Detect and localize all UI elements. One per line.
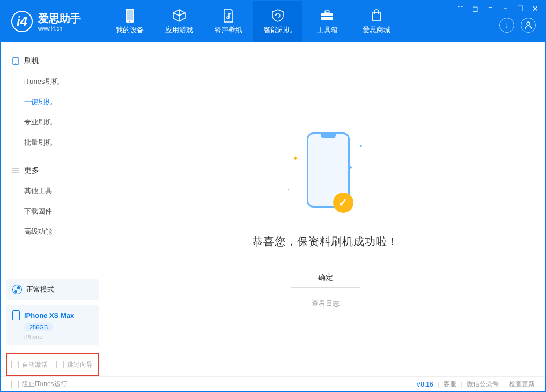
separator: | bbox=[438, 381, 439, 388]
download-icon[interactable]: ↓ bbox=[499, 18, 514, 33]
svg-rect-5 bbox=[321, 16, 333, 17]
main-content: ✓ ✦ ✦ • + 恭喜您，保资料刷机成功啦！ 确定 查看日志 bbox=[105, 42, 545, 376]
checkbox-label: 阻止iTunes运行 bbox=[22, 380, 67, 389]
tab-store[interactable]: 爱思商城 bbox=[352, 1, 401, 42]
version-label: V8.16 bbox=[416, 381, 433, 388]
check-badge-icon: ✓ bbox=[333, 193, 353, 213]
separator: | bbox=[461, 381, 462, 388]
section-title: 刷机 bbox=[24, 56, 39, 66]
footer-left: 阻止iTunes运行 bbox=[11, 380, 67, 389]
tab-label: 我的设备 bbox=[116, 25, 144, 35]
view-log-link[interactable]: 查看日志 bbox=[312, 299, 340, 308]
sparkle-icon: • bbox=[288, 187, 290, 191]
checkbox-block-itunes[interactable]: 阻止iTunes运行 bbox=[11, 380, 67, 389]
section-title: 更多 bbox=[24, 166, 39, 175]
tab-label: 铃声壁纸 bbox=[215, 25, 242, 35]
sidebar-item-pro[interactable]: 专业刷机 bbox=[1, 112, 105, 132]
tab-apps[interactable]: 应用游戏 bbox=[154, 1, 204, 42]
mode-card[interactable]: 正常模式 bbox=[6, 279, 99, 300]
menu-icon[interactable]: ≡ bbox=[486, 5, 494, 12]
device-type: iPhone bbox=[24, 334, 93, 340]
checkbox-skip-guide[interactable]: 跳过向导 bbox=[56, 360, 93, 369]
device-panel: 正常模式 iPhone XS Max 256GB iPhone bbox=[6, 279, 99, 345]
tab-label: 智能刷机 bbox=[264, 25, 292, 35]
minimize-icon[interactable]: － bbox=[501, 5, 509, 12]
service-link[interactable]: 客服 bbox=[444, 380, 456, 389]
sidebar-section-more: 更多 bbox=[1, 162, 105, 181]
phone-icon bbox=[122, 8, 137, 23]
tab-toolbox[interactable]: 工具箱 bbox=[302, 1, 352, 42]
mode-label: 正常模式 bbox=[26, 285, 54, 294]
refresh-shield-icon bbox=[270, 8, 285, 23]
music-file-icon bbox=[221, 8, 236, 23]
skin-icon[interactable]: ⬚ bbox=[456, 5, 464, 12]
user-icon[interactable] bbox=[521, 18, 536, 33]
success-message: 恭喜您，保资料刷机成功啦！ bbox=[252, 234, 399, 249]
checkbox-auto-activate[interactable]: 自动激活 bbox=[11, 360, 48, 369]
app-subtitle: www.i4.cn bbox=[38, 26, 81, 32]
tab-flash[interactable]: 智能刷机 bbox=[253, 1, 302, 42]
sparkle-icon: ✦ bbox=[359, 143, 363, 149]
checkbox-label: 自动激活 bbox=[22, 360, 48, 369]
sidebar-item-advanced[interactable]: 高级功能 bbox=[1, 221, 105, 242]
sidebar-item-batch[interactable]: 批量刷机 bbox=[1, 132, 105, 153]
checkbox-icon bbox=[11, 361, 19, 368]
footer: 阻止iTunes运行 V8.16 | 客服 | 微信公众号 | 检查更新 bbox=[1, 376, 545, 391]
svg-point-2 bbox=[129, 21, 130, 22]
checkbox-label: 跳过向导 bbox=[67, 360, 93, 369]
header-right-icons: ↓ bbox=[499, 18, 536, 33]
app-logo-icon: i4 bbox=[11, 11, 33, 32]
close-icon[interactable]: ✕ bbox=[532, 5, 539, 12]
maximize-icon[interactable]: ☐ bbox=[517, 5, 524, 12]
header: i4 爱思助手 www.i4.cn 我的设备 应用游戏 铃声壁纸 智能刷机 工具… bbox=[1, 1, 545, 42]
success-illustration: ✓ ✦ ✦ • + bbox=[288, 132, 363, 218]
logo-text: 爱思助手 www.i4.cn bbox=[38, 11, 81, 32]
device-name: iPhone XS Max bbox=[24, 312, 74, 320]
sidebar-item-other-tools[interactable]: 其他工具 bbox=[1, 181, 105, 201]
svg-rect-4 bbox=[325, 11, 329, 13]
device-card[interactable]: iPhone XS Max 256GB iPhone bbox=[6, 305, 99, 345]
device-icon bbox=[11, 57, 20, 65]
sidebar-item-download-fw[interactable]: 下载固件 bbox=[1, 201, 105, 221]
tab-label: 工具箱 bbox=[317, 25, 338, 35]
sidebar: 刷机 iTunes刷机 一键刷机 专业刷机 批量刷机 更多 其他工具 下载固件 … bbox=[1, 42, 105, 376]
checkbox-icon bbox=[56, 361, 64, 368]
toolbox-icon bbox=[320, 8, 335, 23]
tab-ringtone[interactable]: 铃声壁纸 bbox=[204, 1, 253, 42]
list-icon bbox=[11, 166, 20, 175]
separator: | bbox=[503, 381, 505, 388]
phone-small-icon bbox=[12, 310, 20, 320]
sidebar-item-itunes[interactable]: iTunes刷机 bbox=[1, 71, 105, 92]
feedback-icon[interactable]: ◻ bbox=[471, 5, 479, 12]
nav-tabs: 我的设备 应用游戏 铃声壁纸 智能刷机 工具箱 爱思商城 bbox=[105, 1, 401, 42]
bag-icon bbox=[369, 8, 384, 23]
wechat-link[interactable]: 微信公众号 bbox=[467, 380, 499, 389]
checkbox-icon bbox=[11, 381, 19, 388]
window-controls: ⬚ ◻ ≡ － ☐ ✕ bbox=[456, 5, 539, 12]
tab-label: 爱思商城 bbox=[363, 25, 390, 35]
svg-rect-1 bbox=[127, 10, 133, 20]
device-name-row: iPhone XS Max bbox=[12, 310, 93, 320]
footer-right: V8.16 | 客服 | 微信公众号 | 检查更新 bbox=[416, 380, 535, 389]
sidebar-section-flash: 刷机 bbox=[1, 53, 105, 71]
body: 刷机 iTunes刷机 一键刷机 专业刷机 批量刷机 更多 其他工具 下载固件 … bbox=[1, 42, 545, 376]
device-capacity: 256GB bbox=[24, 323, 53, 331]
app-title: 爱思助手 bbox=[38, 11, 81, 26]
cube-icon bbox=[172, 8, 187, 23]
ok-button[interactable]: 确定 bbox=[291, 268, 360, 288]
logo-section: i4 爱思助手 www.i4.cn bbox=[1, 11, 105, 32]
svg-point-6 bbox=[527, 22, 530, 25]
mode-icon bbox=[12, 285, 22, 294]
sparkle-icon: ✦ bbox=[292, 154, 299, 162]
update-link[interactable]: 检查更新 bbox=[509, 380, 535, 389]
tab-label: 应用游戏 bbox=[165, 25, 193, 35]
sidebar-item-oneclick[interactable]: 一键刷机 bbox=[1, 92, 105, 112]
tab-my-device[interactable]: 我的设备 bbox=[105, 1, 154, 42]
svg-point-8 bbox=[15, 63, 16, 64]
sparkle-icon: + bbox=[349, 165, 352, 171]
options-highlight-box: 自动激活 跳过向导 bbox=[6, 353, 99, 376]
